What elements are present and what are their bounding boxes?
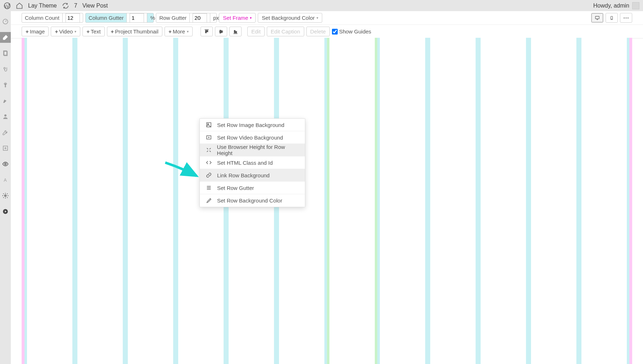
svg-text:A: A <box>4 178 7 183</box>
align-bottom-button[interactable] <box>229 27 242 36</box>
settings-icon-1[interactable] <box>0 143 11 154</box>
howdy-link[interactable]: Howdy, admin <box>593 3 629 9</box>
svg-rect-11 <box>595 16 599 19</box>
gutter-icon <box>206 185 212 191</box>
svg-point-15 <box>626 17 627 18</box>
row-gutter-input[interactable] <box>193 13 207 23</box>
column-count-label: Column Count <box>22 13 62 22</box>
ctx-set-row-video-bg[interactable]: Set Row Video Background <box>200 131 305 144</box>
svg-point-16 <box>628 17 629 18</box>
row-gutter-unit[interactable]: px <box>210 13 216 22</box>
media-icon[interactable] <box>0 64 11 74</box>
typography-icon[interactable]: A <box>0 174 11 185</box>
wp-admin-bar: Lay Theme 7 View Post Howdy, admin <box>0 0 643 11</box>
link-icon <box>206 172 212 178</box>
column-gutter-unit[interactable]: % <box>147 13 153 22</box>
svg-rect-21 <box>220 30 221 33</box>
svg-rect-24 <box>234 30 235 33</box>
show-guides-checkbox[interactable]: Show Guides <box>332 28 371 35</box>
updates-count[interactable]: 7 <box>74 3 77 9</box>
svg-point-27 <box>208 124 209 125</box>
column-gutter-input[interactable] <box>130 13 144 23</box>
gridder-canvas[interactable] <box>22 38 632 364</box>
svg-rect-22 <box>221 31 222 33</box>
svg-point-9 <box>5 195 6 197</box>
add-more-button[interactable]: +More▾ <box>165 27 193 36</box>
ctx-label: Use Browser Height for Row Height <box>217 144 299 156</box>
view-post-link[interactable]: View Post <box>82 3 108 9</box>
dashboard-icon[interactable] <box>0 16 11 27</box>
ctx-label: Set Row Video Background <box>217 135 283 141</box>
column-grid <box>24 38 629 364</box>
ctx-set-row-bg-color[interactable]: Set Row Background Color <box>200 194 305 207</box>
frame-right <box>629 38 632 364</box>
video-icon <box>206 134 212 141</box>
brush-icon <box>206 197 212 204</box>
more-options-button[interactable] <box>620 13 632 23</box>
image-icon <box>206 122 212 128</box>
svg-rect-18 <box>205 30 206 33</box>
posts-icon[interactable] <box>0 32 11 43</box>
plugins-icon[interactable] <box>0 79 11 90</box>
svg-point-4 <box>4 68 6 69</box>
eye-icon[interactable] <box>0 159 11 169</box>
mobile-view-button[interactable] <box>606 13 618 23</box>
ctx-set-row-image-bg[interactable]: Set Row Image Background <box>200 119 305 131</box>
code-icon <box>206 159 212 166</box>
edit-button: Edit <box>247 27 265 36</box>
set-bg-color-button[interactable]: Set Background Color▾ <box>258 13 322 23</box>
svg-rect-19 <box>207 30 208 32</box>
editor-toolbar: Column Count Column Gutter% Row Gutterpx… <box>11 11 643 38</box>
delete-button: Delete <box>306 27 330 36</box>
ctx-label: Set Row Image Background <box>217 122 284 128</box>
ctx-set-row-gutter[interactable]: Set Row Gutter <box>200 182 305 194</box>
site-title-link[interactable]: Lay Theme <box>28 3 57 9</box>
ctx-use-browser-height[interactable]: Use Browser Height for Row Height <box>200 144 305 156</box>
expand-icon <box>206 147 212 153</box>
wordpress-icon[interactable] <box>4 2 11 9</box>
row-gutter-label: Row Gutter <box>156 13 189 22</box>
ctx-link-row-bg[interactable]: Link Row Background <box>200 169 305 182</box>
editor-main: Column Count Column Gutter% Row Gutterpx… <box>11 11 643 364</box>
add-text-button[interactable]: +Text <box>82 27 104 36</box>
align-middle-button[interactable] <box>215 27 227 36</box>
svg-point-5 <box>4 114 6 117</box>
ctx-label: Set Row Gutter <box>217 185 254 191</box>
gear-icon[interactable] <box>0 190 11 201</box>
tools-icon[interactable] <box>0 127 11 138</box>
column-gutter-label: Column Gutter <box>86 13 127 22</box>
add-video-button[interactable]: +Video▾ <box>51 27 80 36</box>
add-image-button[interactable]: +Image <box>22 27 49 36</box>
align-top-button[interactable] <box>201 27 213 36</box>
wp-admin-sidebar: A <box>0 11 11 364</box>
set-frame-button[interactable]: Set Frame▾ <box>219 13 256 23</box>
svg-point-14 <box>624 17 625 18</box>
updates-icon[interactable] <box>62 2 69 9</box>
svg-rect-25 <box>236 31 237 33</box>
users-icon[interactable] <box>0 111 11 122</box>
svg-point-7 <box>5 163 6 165</box>
column-count-input[interactable] <box>66 13 80 23</box>
add-project-thumbnail-button[interactable]: +Project Thumbnail <box>107 27 162 36</box>
ctx-label: Set HTML Class and Id <box>217 160 273 166</box>
desktop-view-button[interactable] <box>591 13 603 23</box>
ctx-label: Link Row Background <box>217 172 270 178</box>
svg-point-13 <box>612 19 612 19</box>
home-icon[interactable] <box>16 2 23 9</box>
edit-caption-button: Edit Caption <box>267 27 304 36</box>
frame-left <box>22 38 24 364</box>
ctx-label: Set Row Background Color <box>217 197 282 204</box>
avatar[interactable] <box>632 2 639 9</box>
row-context-menu: Set Row Image Background Set Row Video B… <box>199 118 305 207</box>
ctx-set-html-class[interactable]: Set HTML Class and Id <box>200 156 305 169</box>
pages-icon[interactable] <box>0 48 11 59</box>
appearance-icon[interactable] <box>0 95 11 106</box>
play-icon[interactable] <box>0 206 11 217</box>
